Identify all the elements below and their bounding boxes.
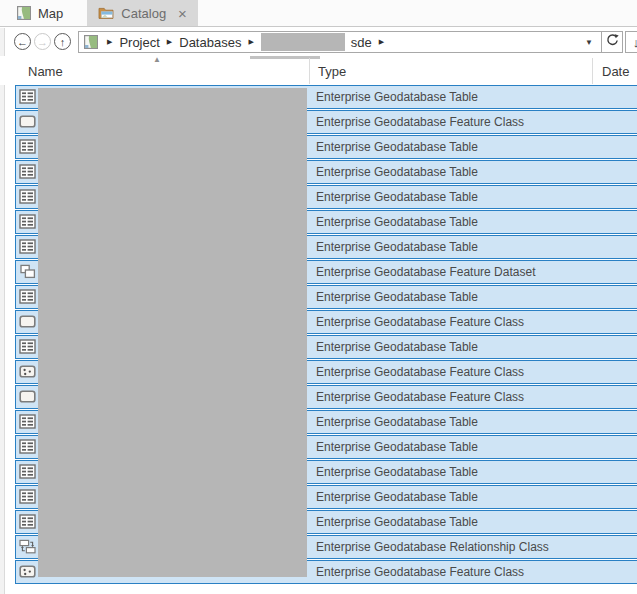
feature-class-polygon-icon [19,314,36,331]
feature-class-polygon-icon [19,389,36,406]
table-icon [19,464,36,481]
feature-class-point-icon [19,564,36,581]
column-header-date[interactable]: Date [602,64,629,79]
redacted-name-column [38,88,307,577]
type-cell: Enterprise Geodatabase Feature Class [316,315,524,329]
type-cell: Enterprise Geodatabase Table [316,140,478,154]
type-cell: Enterprise Geodatabase Feature Class [316,390,524,404]
sort-ascending-icon: ▲ [153,55,161,64]
table-icon [19,164,36,181]
type-cell: Enterprise Geodatabase Table [316,515,478,529]
map-view-icon [17,6,31,20]
breadcrumb-separator-icon: ▶ [167,38,172,46]
redacted-breadcrumb-item [261,33,345,51]
table-icon [19,139,36,156]
catalog-view-pane: Map Catalog × ← → ↑ ▶ Project ▶ Database… [0,0,637,594]
type-cell: Enterprise Geodatabase Table [316,415,478,429]
table-icon [19,514,36,531]
table-icon [19,189,36,206]
type-cell: Enterprise Geodatabase Table [316,465,478,479]
type-cell: Enterprise Geodatabase Feature Class [316,115,524,129]
type-cell: Enterprise Geodatabase Table [316,215,478,229]
type-cell: Enterprise Geodatabase Table [316,340,478,354]
tab-map-label: Map [38,6,63,21]
catalog-view-icon [98,6,114,20]
table-icon [19,214,36,231]
up-button[interactable]: ↑ [54,33,71,50]
forward-button[interactable]: → [34,33,51,50]
column-header-row: ▲ Name Type Date [0,56,637,85]
table-icon [19,289,36,306]
table-icon [19,339,36,356]
breadcrumb-separator-icon: ▶ [107,38,112,46]
tab-catalog-label: Catalog [121,6,166,21]
refresh-button[interactable] [601,31,623,53]
breadcrumb-item-project[interactable]: Project [119,35,159,50]
up-arrow-icon: ↑ [60,36,66,48]
table-icon [19,439,36,456]
type-cell: Enterprise Geodatabase Table [316,490,478,504]
tab-map[interactable]: Map [6,0,74,26]
breadcrumb[interactable]: ▶ Project ▶ Databases ▶ sde ▶ ▼ [78,31,602,53]
close-tab-icon[interactable]: × [178,6,187,21]
back-button[interactable]: ← [14,33,31,50]
nav-buttons: ← → ↑ [14,33,71,50]
breadcrumb-item-sde[interactable]: sde [351,35,372,50]
feature-class-point-icon [19,364,36,381]
type-cell: Enterprise Geodatabase Feature Class [316,565,524,579]
forward-arrow-icon: → [37,36,48,48]
type-cell: Enterprise Geodatabase Table [316,240,478,254]
type-cell: Enterprise Geodatabase Relationship Clas… [316,540,549,554]
breadcrumb-item-databases[interactable]: Databases [179,35,241,50]
feature-class-polygon-icon [19,114,36,131]
back-arrow-icon: ← [17,36,28,48]
scroll-down-button[interactable]: ↓ [625,31,637,53]
tab-catalog[interactable]: Catalog × [87,0,198,26]
table-icon [19,489,36,506]
type-cell: Enterprise Geodatabase Table [316,165,478,179]
type-cell: Enterprise Geodatabase Table [316,440,478,454]
type-cell: Enterprise Geodatabase Table [316,290,478,304]
breadcrumb-separator-icon: ▶ [379,38,384,46]
project-icon [84,35,98,49]
table-icon [19,89,36,106]
type-cell: Enterprise Geodatabase Table [316,90,478,104]
table-icon [19,414,36,431]
location-toolbar: ← → ↑ ▶ Project ▶ Databases ▶ sde ▶ ▼ ↓ [5,28,637,56]
pane-left-gutter [0,28,5,594]
column-header-type[interactable]: Type [318,64,346,79]
type-cell: Enterprise Geodatabase Table [316,190,478,204]
down-arrow-icon: ↓ [633,35,637,50]
feature-dataset-icon [19,264,36,281]
relationship-class-icon [19,539,36,556]
column-header-name[interactable]: Name [28,64,63,79]
column-divider[interactable] [592,58,593,84]
column-divider[interactable] [309,58,310,84]
breadcrumb-separator-icon: ▶ [248,38,253,46]
table-icon [19,239,36,256]
type-cell: Enterprise Geodatabase Feature Dataset [316,265,535,279]
view-tab-bar: Map Catalog × [0,0,637,27]
chevron-down-icon[interactable]: ▼ [582,38,596,47]
type-cell: Enterprise Geodatabase Feature Class [316,365,524,379]
refresh-icon [605,33,620,52]
